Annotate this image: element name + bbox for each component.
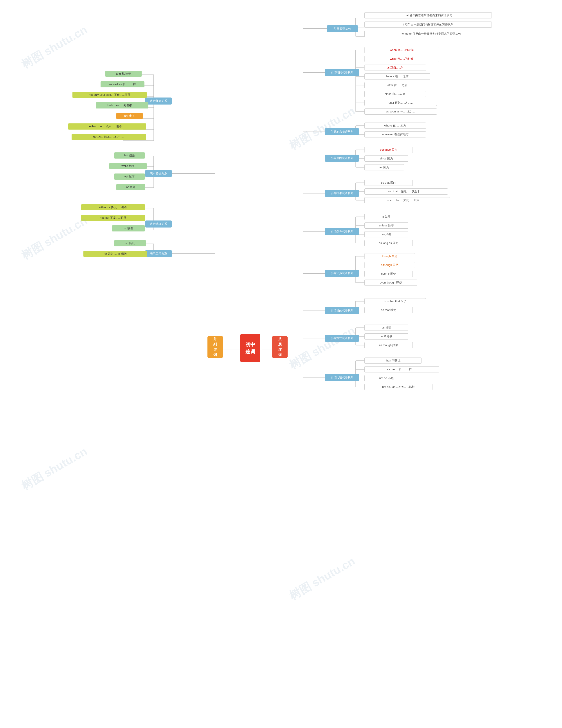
leaf-as-reason: as 因为 <box>364 164 404 170</box>
cat-didian: 引导地点状语从句 <box>325 128 359 135</box>
leaf-if-binyu: if 引导由一般疑问句转变而来的宾语从句 <box>364 22 492 28</box>
leaf-wherever: wherever 在任何地方 <box>364 131 426 137</box>
leaf-even-if: even if 即使 <box>364 271 413 277</box>
leaf-not-but: not..but 不是......而是 <box>81 215 145 221</box>
leaf-nor: nor 也不 <box>116 113 143 119</box>
watermark-6: 树图 shutu.cn <box>286 554 358 604</box>
leaf-both-and: both...and... 两者都...... <box>96 102 148 108</box>
leaf-since-reason: since 因为 <box>364 155 408 162</box>
center-label-1: 初中 <box>246 341 255 348</box>
cat-rangbu: 引导让步状语从句 <box>325 270 359 277</box>
cat-jieguo: 引导结果状语从句 <box>325 190 359 197</box>
cat-bijiao: 引导比较状语从句 <box>325 374 359 381</box>
leaf-as-time: as 正当......时 <box>364 65 426 71</box>
leaf-so-that-purpose: so that 以使 <box>364 307 413 313</box>
leaf-and: and 和/接着 <box>105 71 142 77</box>
leaf-though: though 虽然 <box>364 253 415 259</box>
leaf-whether-binyu: whether 引导由一般疑问句转变而来的宾语从句 <box>364 31 498 37</box>
leaf-neither-nor: neither...nor... 既不......也不...... <box>68 123 146 130</box>
leaf-although: although 虽然 <box>364 262 415 268</box>
leaf-as-long-as: as long as 只要 <box>364 240 413 246</box>
cat-binglie-label: 表示并列关系 <box>150 99 167 103</box>
leaf-not-only: not only...but also... 不仅......而且 <box>72 92 147 98</box>
leaf-as-if: as if 好像 <box>364 333 408 340</box>
leaf-not-as-as: not as...as... 不如......那样 <box>364 384 432 390</box>
leaf-until: until 直到......才...... <box>364 100 437 106</box>
parallel-label: 并列连词 <box>214 336 217 358</box>
cat-tiaojian: 引导条件状语从句 <box>325 228 359 235</box>
subordinate-node: 从属连词 <box>272 336 287 358</box>
leaf-such-that: such...that... 如此......以至于...... <box>364 197 450 203</box>
leaf-so: so 所以 <box>114 240 146 246</box>
leaf-when: when 当......的时候 <box>364 47 439 53</box>
leaf-after: after 在......之后 <box>364 82 430 88</box>
leaf-but: but 但是 <box>114 152 145 159</box>
leaf-as-well-as: as well as 和......一样 <box>101 81 145 87</box>
leaf-as-as: as...as... 和......一样...... <box>364 366 439 372</box>
mindmap-container: 树图 shutu.cn 树图 shutu.cn 树图 shutu.cn 树图 s… <box>0 0 562 728</box>
leaf-even-though: even though 即使 <box>364 280 417 286</box>
cat-binyu: 引导宾语从句 <box>327 25 358 32</box>
leaf-so-cond: so 只要 <box>364 231 408 237</box>
cat-yinguo: 表示因果关系 <box>145 250 172 257</box>
cat-fangshi: 引导方式状语从句 <box>325 335 359 342</box>
leaf-or-fouze: or 否则 <box>116 184 145 190</box>
watermark-3: 树图 shutu.cn <box>19 213 90 263</box>
parallel-node: 并列连词 <box>208 336 223 358</box>
leaf-that-binyu: that 引导由陈述句转变而来的宾语从句 <box>364 12 492 18</box>
leaf-as-manner: as 按照 <box>364 325 408 331</box>
leaf-while-time: while 当......的时候 <box>364 56 439 62</box>
leaf-not-or: not...or... 既不......也不...... <box>72 134 146 140</box>
cat-zhuanzhe: 表示转折关系 <box>145 170 172 177</box>
leaf-or-huozhe: or 或者 <box>112 225 145 231</box>
subordinate-label: 从属连词 <box>278 336 281 358</box>
cat-mudi: 引导目的状语从句 <box>325 307 359 314</box>
leaf-unless: unless 除非 <box>364 222 408 229</box>
leaf-because: because 因为 <box>364 147 413 153</box>
leaf-so-that-result: so...that... 如此......以至于...... <box>364 188 448 195</box>
leaf-while-zhuanzhe: while 然而 <box>109 163 147 169</box>
leaf-as-though: as though 好像 <box>364 342 413 348</box>
leaf-since-time: since 自......以来 <box>364 91 426 97</box>
leaf-as-soon-as: as soon as 一......就...... <box>364 108 437 115</box>
leaf-for: for 因为......的缘故 <box>83 251 147 257</box>
center-label-2: 连词 <box>246 348 255 355</box>
connector-lines <box>0 0 562 728</box>
watermark-5: 树图 shutu.cn <box>19 444 90 494</box>
cat-xuanze: 表示选择关系 <box>145 220 172 228</box>
center-node: 初中 连词 <box>241 334 260 362</box>
cat-xuanze-label: 表示选择关系 <box>150 222 167 226</box>
leaf-if-cond: if 如果 <box>364 214 408 220</box>
leaf-yet: yet 然而 <box>114 173 145 180</box>
cat-zhuanzhe-label: 表示转折关系 <box>150 172 167 175</box>
cat-yuanyin: 引导原因状语从句 <box>325 155 359 162</box>
leaf-not-so: not so 不然 <box>364 375 408 381</box>
leaf-so-that: so that 因此 <box>364 180 413 186</box>
cat-shijian: 引导时间状语从句 <box>325 69 359 76</box>
cat-binglie: 表示并列关系 <box>145 98 172 105</box>
watermark-4: 树图 shutu.cn <box>286 323 358 373</box>
leaf-either-or: either..or 要么......要么 <box>81 204 145 210</box>
leaf-in-order-that: in orther that 为了 <box>364 298 426 304</box>
cat-yinguo-label: 表示因果关系 <box>150 252 167 256</box>
leaf-where: where 在......地方 <box>364 123 426 129</box>
leaf-before: before 在......之前 <box>364 73 430 79</box>
leaf-than: than 与其说 <box>364 358 421 364</box>
watermark-1: 树图 shutu.cn <box>19 22 90 72</box>
